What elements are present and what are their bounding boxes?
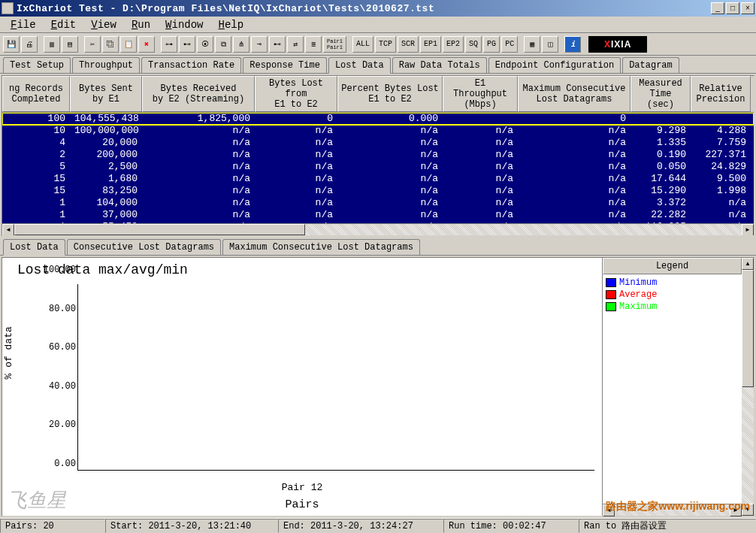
vertical-scrollbar[interactable]: ▲ ▼ (742, 258, 754, 516)
pair-icon-2[interactable]: ⊷ (179, 36, 195, 53)
menu-help[interactable]: Help (211, 17, 252, 32)
table-cell: n/a (443, 197, 518, 209)
options-icon[interactable]: ◫ (542, 36, 558, 53)
lower-tab-maximum-consecutive-lost-datagrams[interactable]: Maximum Consecutive Lost Datagrams (222, 239, 420, 255)
table-cell: n/a (518, 197, 631, 209)
link-icon[interactable]: ⊸ (251, 36, 268, 53)
scroll-thumb (742, 270, 754, 387)
table-cell: n/a (142, 161, 255, 173)
close-button[interactable]: × (741, 2, 754, 14)
table-row[interactable]: 420,000n/an/an/an/an/a1.3357.759 (2, 137, 754, 149)
horizontal-scrollbar[interactable]: ◄ ► (2, 223, 754, 235)
tab-test-setup[interactable]: Test Setup (3, 57, 71, 73)
menu-window[interactable]: Window (158, 17, 210, 32)
minimize-button[interactable]: _ (711, 2, 724, 14)
tab-lost-data[interactable]: Lost Data (328, 57, 391, 74)
info-icon[interactable]: i (564, 36, 581, 53)
legend-swatch (606, 278, 616, 287)
app-icon (2, 2, 14, 14)
watermark-text: 路由器之家www.rijiwang.com (606, 500, 750, 513)
tab-datagram[interactable]: Datagram (622, 57, 679, 73)
group-icon[interactable]: ⧉ (215, 36, 231, 53)
table-cell: n/a (255, 185, 337, 197)
scroll-right-icon[interactable]: ► (742, 224, 754, 236)
config-icon[interactable]: ▤ (62, 36, 78, 53)
tab-transaction-rate[interactable]: Transaction Rate (141, 57, 241, 73)
column-header[interactable]: Maximum ConsecutiveLost Datagrams (518, 76, 631, 112)
cut-icon[interactable]: ✂ (84, 36, 101, 53)
maximize-button[interactable]: □ (726, 2, 739, 14)
save-icon[interactable]: 💾 (3, 36, 20, 53)
swap-icon[interactable]: ⇄ (287, 36, 304, 53)
copy-icon[interactable]: ⿻ (102, 36, 119, 53)
column-header[interactable]: Bytes Sentby E1 (70, 76, 142, 112)
toolbar-pg-button[interactable]: PG (483, 36, 500, 53)
toolbar-tcp-button[interactable]: TCP (375, 36, 396, 53)
legend-item[interactable]: Maximum (606, 301, 739, 312)
toolbar-ep2-button[interactable]: EP2 (443, 36, 464, 53)
column-header[interactable]: Bytes Lost fromE1 to E2 (255, 76, 337, 112)
table-cell: 104,000 (70, 197, 142, 209)
print-icon[interactable]: 🖨 (21, 36, 38, 53)
toolbar: 💾 🖨 ▥ ▤ ✂ ⿻ 📋 ✖ ⊶ ⊷ ⦿ ⧉ ⋔ ⊸ ⊷ ⇄ ≣ Pair1P… (0, 33, 756, 56)
table-cell: 200,000 (70, 149, 142, 161)
scroll-thumb[interactable] (14, 224, 305, 235)
table-cell: n/a (255, 125, 337, 137)
table-cell (443, 113, 518, 125)
list-icon[interactable]: ≣ (305, 36, 322, 53)
delete-icon[interactable]: ✖ (138, 36, 155, 53)
table-row[interactable]: 52,500n/an/an/an/an/a0.05024.829 (2, 161, 754, 173)
table-row[interactable]: 137,000n/an/an/an/an/a22.282n/a (2, 209, 754, 221)
tab-raw-data-totals[interactable]: Raw Data Totals (392, 57, 487, 73)
legend-item[interactable]: Average (606, 289, 739, 300)
view-icon[interactable]: ▦ (524, 36, 540, 53)
lower-tab-lost-data[interactable]: Lost Data (3, 239, 65, 256)
scroll-left-icon[interactable]: ◄ (2, 224, 14, 236)
table-row[interactable]: 1583,250n/an/an/an/an/a15.2901.998 (2, 185, 754, 197)
legend-item[interactable]: Minimum (606, 277, 739, 288)
menubar: FileEditViewRunWindowHelp (0, 17, 756, 33)
table-row[interactable]: 2200,000n/an/an/an/an/a0.190227.371 (2, 149, 754, 161)
toolbar-ep1-button[interactable]: EP1 (420, 36, 441, 53)
y-tick-label: 100.00 (38, 265, 76, 275)
column-header[interactable]: ng RecordsCompleted (2, 76, 70, 112)
menu-file[interactable]: File (3, 17, 44, 32)
menu-run[interactable]: Run (124, 17, 158, 32)
export-icon[interactable]: ▥ (44, 36, 60, 53)
pair-toggle-button[interactable]: Pair1Pair1 (323, 36, 346, 53)
column-header[interactable]: RelativePrecision (691, 76, 751, 112)
column-header[interactable]: MeasuredTime (sec) (631, 76, 691, 112)
column-header[interactable]: E1 Throughput(Mbps) (443, 76, 518, 112)
toolbar-scr-button[interactable]: SCR (398, 36, 419, 53)
table-row[interactable]: 151,680n/an/an/an/an/a17.6449.500 (2, 173, 754, 185)
table-row[interactable]: 10100,000,000n/an/an/an/an/a9.2984.288 (2, 125, 754, 137)
column-header[interactable]: Bytes Receivedby E2 (Streaming) (142, 76, 255, 112)
link-icon-2[interactable]: ⊷ (269, 36, 286, 53)
pair-icon[interactable]: ⊶ (161, 36, 177, 53)
menu-edit[interactable]: Edit (44, 17, 84, 32)
column-header[interactable]: Percent Bytes LostE1 to E2 (337, 76, 443, 112)
table-cell: n/a (337, 197, 443, 209)
chart-area: Lost data max/avg/min % of data 0.0020.0… (2, 258, 602, 516)
data-grid: ng RecordsCompletedBytes Sentby E1Bytes … (2, 75, 754, 236)
table-cell: 1,680 (70, 173, 142, 185)
tab-response-time[interactable]: Response Time (243, 57, 327, 73)
endpoint-icon[interactable]: ⦿ (197, 36, 213, 53)
tab-throughput[interactable]: Throughput (72, 57, 140, 73)
table-cell: 37,000 (70, 209, 142, 221)
tab-endpoint-configuration[interactable]: Endpoint Configuration (488, 57, 621, 73)
network-icon[interactable]: ⋔ (233, 36, 249, 53)
y-axis-label: % of data (3, 326, 14, 379)
menu-view[interactable]: View (83, 17, 124, 32)
table-cell: n/a (142, 197, 255, 209)
paste-icon[interactable]: 📋 (120, 36, 137, 53)
table-cell: 7.759 (691, 137, 751, 149)
table-row[interactable]: 1104,000n/an/an/an/an/a3.372n/a (2, 197, 754, 209)
toolbar-sq-button[interactable]: SQ (465, 36, 482, 53)
toolbar-all-button[interactable]: ALL (352, 36, 373, 53)
toolbar-pc-button[interactable]: PC (501, 36, 518, 53)
lower-tab-consecutive-lost-datagrams[interactable]: Consecutive Lost Datagrams (67, 239, 221, 255)
table-cell: n/a (142, 125, 255, 137)
table-row[interactable]: 100104,555,4381,825,00000.0000 (2, 113, 754, 125)
lower-tabs: Lost DataConsecutive Lost DatagramsMaxim… (0, 238, 756, 256)
